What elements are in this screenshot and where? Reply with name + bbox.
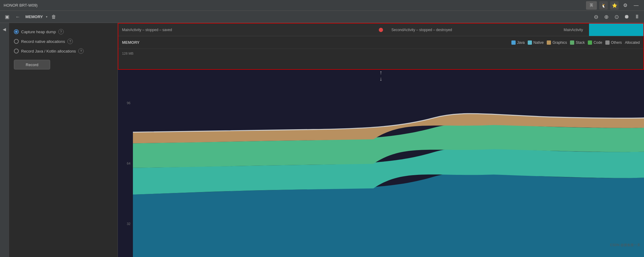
panel-toggle-button[interactable]: ▣: [2, 12, 11, 21]
record-icon-btn[interactable]: ⏺: [622, 12, 631, 21]
activity-event-dot: [379, 28, 383, 32]
language-button[interactable]: 英: [586, 1, 597, 10]
legend-stack-dot: [570, 40, 574, 45]
legend-code: Code: [588, 40, 602, 45]
reset-zoom-button[interactable]: ⊙: [612, 12, 621, 21]
legend-code-label: Code: [594, 40, 602, 45]
main-layout: ◀ Capture heap dump ? Record native allo…: [0, 23, 644, 257]
legend-stack-label: Stack: [576, 40, 585, 45]
record-native-radio[interactable]: [14, 39, 19, 44]
legend-graphics-label: Graphics: [552, 40, 567, 45]
settings-icon[interactable]: ⚙: [621, 1, 630, 10]
legend-native-label: Native: [533, 40, 544, 45]
legend-others: Others: [605, 40, 622, 45]
memory-chart-canvas[interactable]: 96 64 32: [118, 70, 644, 257]
memory-chart-title: MEMORY: [122, 40, 158, 45]
record-java-radio[interactable]: [14, 49, 19, 53]
avatar-icon[interactable]: 🐧: [599, 1, 608, 10]
record-java-option[interactable]: Record Java / Kotlin allocations ?: [14, 48, 113, 54]
zoom-out-button[interactable]: ⊖: [591, 12, 601, 21]
capture-heap-label: Capture heap dump: [21, 30, 56, 34]
main-activity-label: MainActivity – stopped – saved: [122, 28, 172, 32]
y-axis-labels: 96 64 32: [118, 70, 133, 257]
star-icon[interactable]: ⭐: [610, 1, 619, 10]
capture-heap-help-icon[interactable]: ?: [58, 29, 64, 34]
legend-native-dot: [528, 40, 532, 45]
profiler-label: MEMORY: [24, 14, 44, 19]
second-activity-label: SecondActivity – stopped – destroyed: [391, 28, 452, 32]
128mb-label: 128 MB: [122, 52, 134, 55]
y-label-32: 32: [118, 222, 133, 226]
back-button[interactable]: ←: [13, 12, 22, 21]
window-title: HONOR BRT-W09): [4, 3, 37, 8]
activity-cyan-bar: [589, 24, 643, 36]
resize-up-arrow: ↑: [380, 70, 382, 75]
sidebar-nav-button[interactable]: ◀: [1, 25, 8, 33]
record-native-label: Record native allocations: [21, 39, 65, 44]
memory-legend-row: MEMORY Java Native Graphics: [118, 36, 643, 49]
y-label-96: 96: [118, 101, 133, 105]
watermark: CSDN @摸鱼摸一天: [610, 243, 640, 247]
timeline-header: MainActivity – stopped – saved SecondAct…: [118, 23, 644, 70]
sidebar-panel: Capture heap dump ? Record native alloca…: [9, 23, 118, 257]
right-activity-label: MainActivity: [564, 28, 583, 32]
record-button[interactable]: Record: [14, 60, 50, 69]
capture-heap-radio[interactable]: [14, 29, 19, 34]
legend-others-dot: [605, 40, 610, 45]
y-label-64: 64: [118, 162, 133, 165]
legend-stack: Stack: [570, 40, 585, 45]
zoom-in-button[interactable]: ⊕: [602, 12, 611, 21]
activity-bar: MainActivity – stopped – saved SecondAct…: [118, 24, 643, 36]
mb-label-row: 128 MB: [118, 49, 643, 58]
title-bar: HONOR BRT-W09) 英 🐧 ⭐ ⚙ —: [0, 0, 644, 11]
memory-chart-svg: [133, 70, 644, 257]
legend-others-label: Others: [611, 40, 622, 45]
pause-button[interactable]: ⏸: [633, 12, 642, 21]
memory-legend: Java Native Graphics Stack: [158, 40, 640, 45]
legend-allocated-label: Allocated: [625, 40, 640, 45]
memory-dropdown-arrow[interactable]: ▾: [46, 15, 47, 18]
legend-graphics-dot: [547, 40, 551, 45]
legend-graphics: Graphics: [547, 40, 567, 45]
legend-java-dot: [511, 40, 516, 45]
delete-button[interactable]: 🗑: [49, 12, 58, 21]
capture-heap-option[interactable]: Capture heap dump ?: [14, 29, 113, 34]
legend-code-dot: [588, 40, 592, 45]
legend-native: Native: [528, 40, 544, 45]
toolbar-right-actions: ⊖ ⊕ ⊙ ⏺ ⏸: [591, 12, 642, 21]
record-native-option[interactable]: Record native allocations ?: [14, 39, 113, 44]
resize-down-arrow: ↓: [380, 76, 382, 82]
record-native-help-icon[interactable]: ?: [67, 39, 73, 44]
profiling-options: Capture heap dump ? Record native alloca…: [14, 29, 113, 54]
title-bar-actions: 英 🐧 ⭐ ⚙ —: [586, 1, 640, 10]
legend-java: Java: [511, 40, 525, 45]
main-toolbar: ▣ ← MEMORY ▾ 🗑 ⊖ ⊕ ⊙ ⏺ ⏸: [0, 11, 644, 23]
legend-allocated: Allocated: [625, 40, 640, 45]
legend-java-label: Java: [517, 40, 525, 45]
chart-area: MainActivity – stopped – saved SecondAct…: [118, 23, 644, 257]
sidebar-nav: ◀: [0, 23, 9, 257]
record-java-help-icon[interactable]: ?: [78, 48, 84, 54]
record-java-label: Record Java / Kotlin allocations: [21, 49, 76, 53]
resize-handle[interactable]: ↑ ↓: [380, 70, 382, 82]
minimize-button[interactable]: —: [632, 1, 640, 10]
